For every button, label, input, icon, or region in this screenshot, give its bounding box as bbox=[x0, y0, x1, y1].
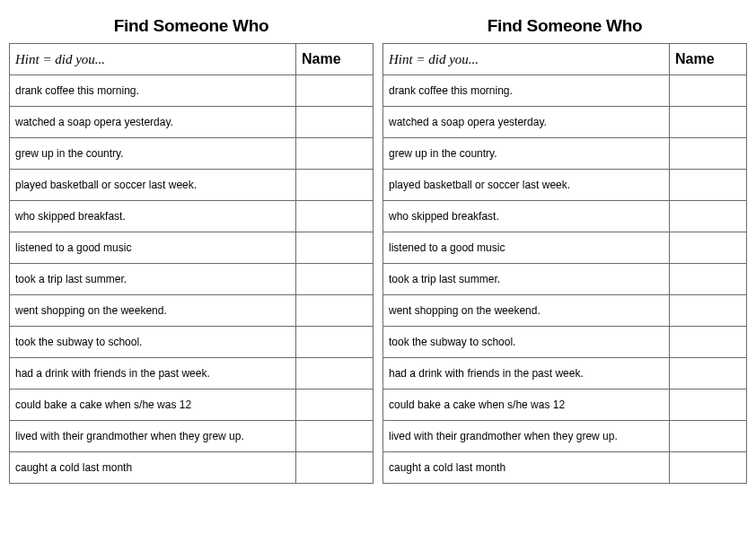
prompt-cell: took a trip last summer. bbox=[383, 264, 670, 295]
name-cell[interactable] bbox=[670, 358, 747, 390]
prompt-cell: had a drink with friends in the past wee… bbox=[383, 358, 670, 390]
worksheet-title: Find Someone Who bbox=[382, 16, 747, 36]
name-cell[interactable] bbox=[296, 75, 374, 107]
name-cell[interactable] bbox=[296, 327, 374, 358]
name-cell[interactable] bbox=[670, 421, 747, 452]
prompt-cell: watched a soap opera yesterday. bbox=[10, 107, 296, 138]
table-row: grew up in the country. bbox=[10, 138, 374, 170]
table-row: took a trip last summer. bbox=[10, 264, 374, 295]
name-cell[interactable] bbox=[296, 452, 374, 484]
worksheet-table: Hint = did you... Name drank coffee this… bbox=[9, 43, 374, 484]
name-cell[interactable] bbox=[670, 452, 747, 484]
hint-header: Hint = did you... bbox=[383, 44, 670, 75]
table-row: who skipped breakfast. bbox=[10, 201, 374, 232]
table-row: had a drink with friends in the past wee… bbox=[383, 358, 747, 390]
prompt-cell: took a trip last summer. bbox=[10, 264, 296, 295]
prompt-cell: played basketball or soccer last week. bbox=[10, 170, 296, 201]
prompt-cell: lived with their grandmother when they g… bbox=[383, 421, 670, 452]
prompt-cell: took the subway to school. bbox=[10, 327, 296, 358]
prompt-cell: drank coffee this morning. bbox=[383, 75, 670, 107]
table-row: lived with their grandmother when they g… bbox=[10, 421, 374, 452]
prompt-cell: played basketball or soccer last week. bbox=[383, 170, 670, 201]
name-cell[interactable] bbox=[296, 232, 374, 264]
hint-header: Hint = did you... bbox=[10, 44, 296, 75]
name-cell[interactable] bbox=[670, 201, 747, 232]
prompt-cell: could bake a cake when s/he was 12 bbox=[383, 390, 670, 421]
name-cell[interactable] bbox=[296, 107, 374, 138]
prompts-body: drank coffee this morning.watched a soap… bbox=[383, 75, 747, 484]
name-cell[interactable] bbox=[670, 295, 747, 327]
name-cell[interactable] bbox=[296, 358, 374, 390]
name-cell[interactable] bbox=[296, 421, 374, 452]
table-row: watched a soap opera yesterday. bbox=[10, 107, 374, 138]
prompt-cell: grew up in the country. bbox=[383, 138, 670, 170]
table-row: listened to a good music bbox=[383, 232, 747, 264]
table-row: drank coffee this morning. bbox=[383, 75, 747, 107]
name-cell[interactable] bbox=[670, 327, 747, 358]
worksheet-card: Find Someone Who Hint = did you... Name … bbox=[9, 16, 374, 518]
name-cell[interactable] bbox=[670, 138, 747, 170]
name-cell[interactable] bbox=[296, 264, 374, 295]
name-cell[interactable] bbox=[296, 138, 374, 170]
prompt-cell: listened to a good music bbox=[10, 232, 296, 264]
table-row: could bake a cake when s/he was 12 bbox=[383, 390, 747, 421]
prompt-cell: took the subway to school. bbox=[383, 327, 670, 358]
table-row: played basketball or soccer last week. bbox=[10, 170, 374, 201]
table-row: listened to a good music bbox=[10, 232, 374, 264]
prompt-cell: watched a soap opera yesterday. bbox=[383, 107, 670, 138]
name-cell[interactable] bbox=[670, 232, 747, 264]
name-header: Name bbox=[670, 44, 747, 75]
name-cell[interactable] bbox=[296, 295, 374, 327]
prompt-cell: could bake a cake when s/he was 12 bbox=[10, 390, 296, 421]
table-row: watched a soap opera yesterday. bbox=[383, 107, 747, 138]
name-cell[interactable] bbox=[296, 170, 374, 201]
prompt-cell: drank coffee this morning. bbox=[10, 75, 296, 107]
name-cell[interactable] bbox=[296, 390, 374, 421]
table-row: lived with their grandmother when they g… bbox=[383, 421, 747, 452]
table-row: went shopping on the weekend. bbox=[383, 295, 747, 327]
table-row: who skipped breakfast. bbox=[383, 201, 747, 232]
table-row: had a drink with friends in the past wee… bbox=[10, 358, 374, 390]
table-row: took the subway to school. bbox=[10, 327, 374, 358]
table-row: grew up in the country. bbox=[383, 138, 747, 170]
worksheet-card: Find Someone Who Hint = did you... Name … bbox=[382, 16, 747, 518]
worksheet-table: Hint = did you... Name drank coffee this… bbox=[382, 43, 747, 484]
name-header: Name bbox=[296, 44, 374, 75]
name-cell[interactable] bbox=[670, 390, 747, 421]
prompt-cell: lived with their grandmother when they g… bbox=[10, 421, 296, 452]
prompt-cell: went shopping on the weekend. bbox=[10, 295, 296, 327]
prompt-cell: listened to a good music bbox=[383, 232, 670, 264]
name-cell[interactable] bbox=[670, 107, 747, 138]
prompt-cell: went shopping on the weekend. bbox=[383, 295, 670, 327]
table-row: caught a cold last month bbox=[10, 452, 374, 484]
table-row: played basketball or soccer last week. bbox=[383, 170, 747, 201]
name-cell[interactable] bbox=[670, 170, 747, 201]
worksheet-title: Find Someone Who bbox=[9, 16, 374, 36]
table-row: took the subway to school. bbox=[383, 327, 747, 358]
table-row: drank coffee this morning. bbox=[10, 75, 374, 107]
prompts-body: drank coffee this morning.watched a soap… bbox=[10, 75, 374, 484]
name-cell[interactable] bbox=[670, 264, 747, 295]
table-row: took a trip last summer. bbox=[383, 264, 747, 295]
prompt-cell: grew up in the country. bbox=[10, 138, 296, 170]
prompt-cell: who skipped breakfast. bbox=[10, 201, 296, 232]
table-row: could bake a cake when s/he was 12 bbox=[10, 390, 374, 421]
prompt-cell: caught a cold last month bbox=[383, 452, 670, 484]
prompt-cell: who skipped breakfast. bbox=[383, 201, 670, 232]
name-cell[interactable] bbox=[670, 75, 747, 107]
name-cell[interactable] bbox=[296, 201, 374, 232]
table-row: caught a cold last month bbox=[383, 452, 747, 484]
table-row: went shopping on the weekend. bbox=[10, 295, 374, 327]
prompt-cell: had a drink with friends in the past wee… bbox=[10, 358, 296, 390]
prompt-cell: caught a cold last month bbox=[10, 452, 296, 484]
